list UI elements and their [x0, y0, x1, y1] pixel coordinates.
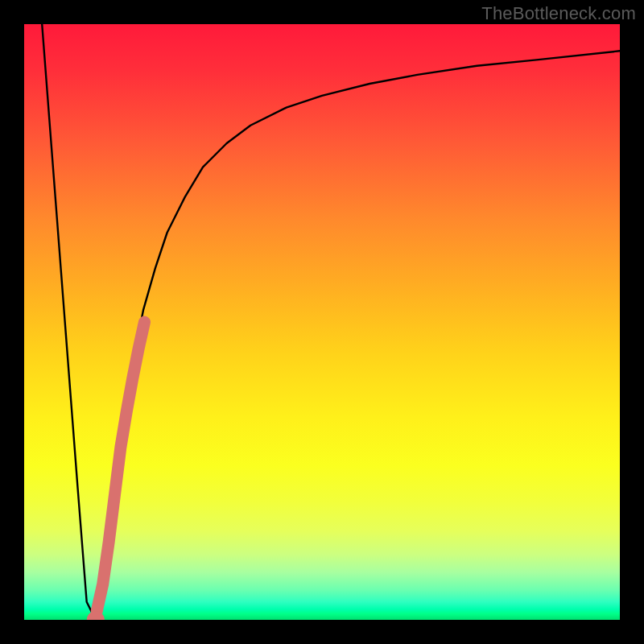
watermark-text: TheBottleneck.com	[481, 3, 636, 24]
chart-frame: TheBottleneck.com	[0, 0, 644, 644]
highlight-segment	[97, 322, 144, 611]
bottleneck-curve	[42, 24, 620, 620]
chart-svg	[24, 24, 620, 620]
plot-area	[24, 24, 620, 620]
